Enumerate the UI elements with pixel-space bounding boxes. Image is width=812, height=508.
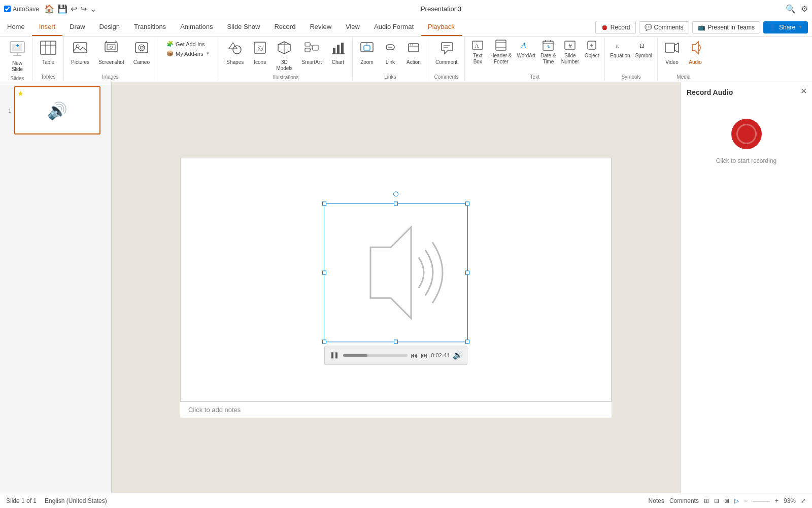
pause-button[interactable]: [329, 350, 340, 361]
normal-view-button[interactable]: ⊞: [704, 497, 709, 504]
handle-middle-right[interactable]: [465, 270, 469, 275]
slide-thumbnail-image[interactable]: ★ 🔊: [14, 86, 100, 134]
share-button[interactable]: 👤 Share ▼: [763, 21, 808, 33]
present-teams-button[interactable]: 📺 Present in Teams: [692, 21, 761, 33]
table-icon: [40, 41, 56, 57]
outline-view-button[interactable]: ⊟: [714, 497, 719, 504]
progress-bar[interactable]: [343, 354, 408, 357]
comments-status-button[interactable]: Comments: [669, 497, 699, 504]
slide-thumb-1[interactable]: 1 ★ 🔊: [3, 86, 108, 134]
zoom-button[interactable]: Zoom: [356, 39, 378, 67]
ribbon-group-illustrations: Shapes ☺ Icons 3D Models SmartArt: [219, 38, 353, 81]
tab-record[interactable]: Record: [267, 18, 302, 36]
handle-bottom-left[interactable]: [322, 340, 326, 344]
screenshot-button[interactable]: Screenshot: [94, 39, 128, 67]
share-dropdown-icon: ▼: [798, 25, 802, 29]
notes-placeholder[interactable]: Click to add notes: [188, 406, 241, 414]
icons-button[interactable]: ☺ Icons: [249, 39, 271, 67]
handle-top-left[interactable]: [322, 201, 326, 206]
autosave-checkbox[interactable]: [4, 6, 11, 12]
link-label: Link: [386, 59, 395, 65]
handle-middle-left[interactable]: [322, 270, 326, 275]
cameo-button[interactable]: Cameo: [129, 39, 154, 67]
record-button[interactable]: ⏺ Record: [595, 21, 636, 34]
tab-insert[interactable]: Insert: [32, 18, 63, 36]
wordart-button[interactable]: A WordArt: [515, 39, 538, 60]
ribbon-content: New Slide Slides Table Tables Pictures: [0, 37, 812, 82]
date-time-button[interactable]: Date & Time: [538, 39, 558, 66]
3dmodels-button[interactable]: 3D Models: [272, 39, 296, 74]
handle-bottom-right[interactable]: [465, 340, 469, 344]
tab-audioformat[interactable]: Audio Format: [367, 18, 421, 36]
tab-view[interactable]: View: [339, 18, 367, 36]
undo-icon[interactable]: ↩: [71, 4, 77, 14]
volume-button[interactable]: 🔊: [453, 350, 463, 360]
record-panel-close-button[interactable]: ✕: [800, 86, 807, 96]
settings-title-icon[interactable]: ⚙: [801, 4, 808, 14]
reading-view-button[interactable]: ▷: [734, 497, 739, 504]
rotate-handle[interactable]: [393, 191, 398, 196]
handle-bottom-middle[interactable]: [394, 340, 398, 344]
audio-button[interactable]: Audio: [684, 39, 706, 67]
handle-top-right[interactable]: [465, 201, 469, 206]
svg-rect-29: [313, 45, 318, 50]
tab-transitions[interactable]: Transitions: [127, 18, 173, 36]
fit-slide-button[interactable]: ⤢: [801, 497, 806, 504]
chart-icon: [331, 41, 345, 57]
tab-design[interactable]: Design: [92, 18, 127, 36]
new-slide-button[interactable]: New Slide: [5, 39, 29, 75]
tab-draw[interactable]: Draw: [62, 18, 92, 36]
zoom-level-label[interactable]: 93%: [784, 497, 796, 504]
next-button[interactable]: ⏭: [421, 351, 428, 359]
tab-review[interactable]: Review: [302, 18, 339, 36]
record-panel-title: Record Audio: [687, 88, 806, 96]
search-title-icon[interactable]: 🔍: [786, 4, 796, 14]
slide-sorter-button[interactable]: ⊠: [724, 497, 729, 504]
zoom-out-button[interactable]: −: [744, 497, 748, 504]
tab-home[interactable]: Home: [0, 18, 32, 36]
autosave-toggle[interactable]: AutoSave: [4, 6, 39, 13]
link-button[interactable]: Link: [379, 39, 401, 67]
action-button[interactable]: Action: [402, 39, 425, 67]
comment-button[interactable]: Comment: [431, 39, 461, 67]
notes-status-button[interactable]: Notes: [649, 497, 664, 504]
textbox-button[interactable]: A Text Box: [468, 39, 487, 66]
shapes-icon: [228, 41, 242, 57]
smartart-button[interactable]: SmartArt: [297, 39, 325, 67]
tab-slideshow[interactable]: Slide Show: [220, 18, 267, 36]
comments-group-label: Comments: [431, 73, 461, 80]
slide-number-button[interactable]: # Slide Number: [559, 39, 582, 66]
prev-button[interactable]: ⏮: [411, 351, 418, 359]
pictures-button[interactable]: Pictures: [67, 39, 93, 67]
table-button[interactable]: Table: [36, 39, 60, 67]
comments-button[interactable]: 💬 Comments: [639, 21, 689, 33]
title-right-actions: 🔍 ⚙: [786, 4, 808, 14]
zoom-in-button[interactable]: +: [775, 497, 779, 504]
home-icon[interactable]: 🏠: [44, 4, 54, 14]
audio-element[interactable]: ⏮ ⏭ 0:02.41 🔊: [324, 203, 468, 342]
notes-area[interactable]: Click to add notes: [180, 401, 612, 418]
shapes-button[interactable]: Shapes: [222, 39, 248, 67]
object-button[interactable]: Object: [582, 39, 601, 60]
save-icon[interactable]: 💾: [57, 4, 67, 14]
slide-canvas[interactable]: ⏮ ⏭ 0:02.41 🔊: [180, 158, 612, 401]
symbol-button[interactable]: Ω Symbol: [633, 39, 654, 60]
tab-animations[interactable]: Animations: [173, 18, 220, 36]
handle-top-middle[interactable]: [394, 201, 398, 206]
get-addins-button[interactable]: 🧩 Get Add-ins: [163, 40, 213, 48]
smartart-icon: [304, 41, 319, 57]
record-circle-button[interactable]: [731, 119, 762, 149]
header-footer-label: Header & Footer: [490, 53, 512, 65]
tab-playback[interactable]: Playback: [421, 18, 462, 36]
header-footer-button[interactable]: Header & Footer: [488, 39, 514, 66]
my-addins-button[interactable]: 📦 My Add-ins ▼: [163, 49, 213, 58]
illustrations-group-label: Illustrations: [222, 74, 349, 80]
video-button[interactable]: Video: [661, 39, 683, 67]
link-icon: [383, 41, 397, 57]
zoom-slider[interactable]: ────: [753, 497, 770, 504]
svg-rect-32: [333, 48, 335, 54]
more-quick-access-icon[interactable]: ⌄: [90, 4, 96, 14]
redo-icon[interactable]: ↪: [80, 4, 87, 14]
chart-button[interactable]: Chart: [327, 39, 349, 67]
equation-button[interactable]: π Equation: [608, 39, 632, 60]
